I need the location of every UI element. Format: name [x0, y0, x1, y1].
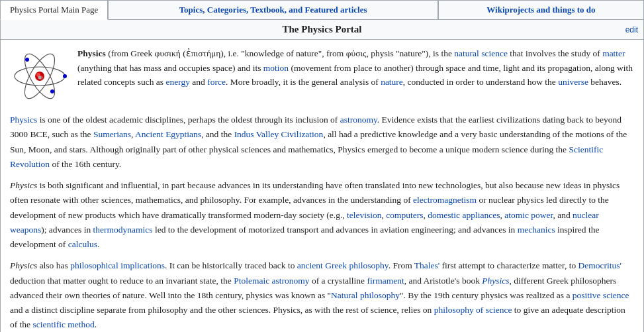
link-egyptians[interactable]: Ancient Egyptians: [135, 129, 201, 139]
link-astronomy[interactable]: astronomy: [340, 115, 377, 125]
tab-main[interactable]: Physics Portal Main Page: [0, 0, 108, 20]
intro-text5: and: [190, 77, 207, 87]
link-calculus[interactable]: calculus: [68, 239, 97, 249]
physics-italic-p3: Physics: [10, 180, 37, 190]
physics-bold: Physics: [77, 48, 106, 58]
link-ancient-greek-philosophy[interactable]: ancient Greek philosophy: [297, 260, 389, 270]
intro-text: Physics (from Greek φυσική (ἐπιστήμη), i…: [77, 46, 634, 106]
intro-text2: that involves the study of: [508, 48, 602, 58]
link-matter[interactable]: matter: [602, 48, 625, 58]
link-universe[interactable]: universe: [558, 77, 588, 87]
svg-point-7: [63, 74, 67, 78]
link-electromagnetism[interactable]: electromagnetism: [413, 195, 477, 205]
tab-wiki[interactable]: Wikiprojects and things to do: [438, 0, 644, 19]
link-appliances[interactable]: domestic appliances: [428, 210, 500, 220]
portal-header: The Physics Portal edit: [0, 20, 644, 40]
link-nature[interactable]: nature: [381, 77, 403, 87]
intro-text3: (anything that has mass and occupies spa…: [77, 63, 263, 73]
link-force[interactable]: force: [207, 77, 226, 87]
link-natural-science[interactable]: natural science: [454, 48, 508, 58]
link-positive-science[interactable]: positive science: [573, 290, 629, 300]
physics-italic-p4: Physics: [10, 260, 37, 270]
link-philosophical-implications[interactable]: philosophical implications: [70, 260, 165, 270]
link-scientific-method[interactable]: scientific method: [33, 319, 95, 329]
paragraph3: Physics is both significant and influent…: [10, 178, 634, 252]
link-natural-philosophy[interactable]: Natural philosophy: [331, 290, 400, 300]
link-physics-p2[interactable]: Physics: [10, 115, 37, 125]
intro-text6: . More broadly, it is the general analys…: [226, 77, 381, 87]
link-mechanics[interactable]: mechanics: [518, 225, 555, 235]
svg-point-8: [25, 58, 29, 62]
svg-point-9: [50, 89, 54, 93]
content-area: Physics (from Greek φυσική (ἐπιστήμη), i…: [0, 40, 644, 332]
tab-topics[interactable]: Topics, Categories, Textbook, and Featur…: [108, 0, 438, 19]
intro-text7: , conducted in order to understand how t…: [403, 77, 558, 87]
link-indus[interactable]: Indus Valley Civilization: [234, 129, 324, 139]
link-firmament[interactable]: firmament: [367, 276, 404, 286]
link-sumerians[interactable]: Sumerians: [93, 129, 131, 139]
link-democritus[interactable]: Democritus': [578, 260, 621, 270]
paragraph2: Physics is one of the oldest academic di…: [10, 113, 634, 172]
link-motion[interactable]: motion: [263, 63, 289, 73]
svg-point-6: [38, 76, 42, 80]
link-energy[interactable]: energy: [165, 77, 190, 87]
intro-text8: behaves.: [588, 77, 621, 87]
link-computers[interactable]: computers: [386, 210, 423, 220]
link-philosophy-of-science[interactable]: philosophy of science: [434, 305, 512, 315]
edit-link[interactable]: edit: [625, 25, 638, 34]
link-thermodynamics[interactable]: thermodynamics: [93, 225, 153, 235]
paragraph4: Physics also has philosophical implicati…: [10, 258, 634, 332]
tab-bar: Physics Portal Main Page Topics, Categor…: [0, 0, 644, 20]
link-television[interactable]: television: [347, 210, 382, 220]
atom-icon: [10, 46, 69, 106]
link-ptolemaic[interactable]: Ptolemaic astronomy: [234, 276, 309, 286]
intro-text1: (from Greek φυσική (ἐπιστήμη), i.e. "kno…: [106, 48, 455, 58]
link-atomic-power[interactable]: atomic power: [504, 210, 553, 220]
portal-title: The Physics Portal: [7, 24, 637, 35]
link-thales[interactable]: Thales': [414, 260, 439, 270]
link-physics-book[interactable]: Physics: [482, 276, 509, 286]
intro-block: Physics (from Greek φυσική (ἐπιστήμη), i…: [10, 46, 634, 106]
